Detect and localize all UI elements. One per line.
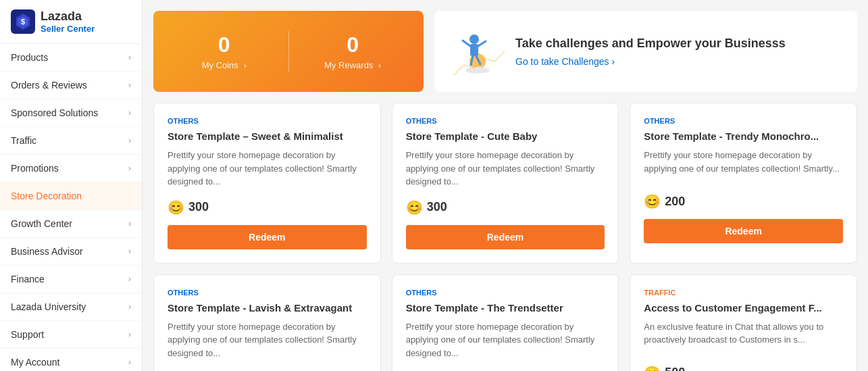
sidebar-item-promotions[interactable]: Promotions› <box>0 155 142 182</box>
card-title: Store Template - Trendy Monochro... <box>644 130 843 142</box>
chevron-right-icon: › <box>128 164 131 173</box>
rewards-label: My Rewards › <box>303 60 404 70</box>
sidebar-item-label: Store Decoration <box>11 191 82 201</box>
card-category: OTHERS <box>168 289 367 297</box>
coin-icon: 😊 <box>644 193 661 209</box>
logo-name: Lazada <box>41 9 82 23</box>
card-category: TRAFFIC <box>644 289 843 297</box>
sidebar-item-label: My Account <box>11 357 59 368</box>
card-title: Store Template – Sweet & Minimalist <box>168 130 367 142</box>
my-rewards-section: 0 My Rewards › <box>303 32 404 70</box>
challenge-link[interactable]: Go to take Challenges › <box>515 56 786 67</box>
chevron-right-icon: › <box>128 357 131 367</box>
coins-divider <box>288 31 289 72</box>
top-banners: 0 My Coins › 0 My Rewards › <box>153 11 857 92</box>
redeem-button[interactable]: Redeem <box>644 219 843 243</box>
card-price: 😊 500 <box>644 365 843 372</box>
sidebar-item-business-advisor[interactable]: Business Advisor› <box>0 238 142 266</box>
store-card-2: OTHERS Store Template - Trendy Monochro.… <box>630 103 857 264</box>
chevron-right-icon: › <box>128 53 131 62</box>
coins-value: 0 <box>174 32 275 57</box>
sidebar-item-label: Products <box>11 52 48 63</box>
card-desc: Prettify your store homepage decoration … <box>406 320 605 360</box>
rewards-value: 0 <box>303 32 404 57</box>
logo: $ Lazada Seller Center <box>0 0 142 44</box>
card-desc: Prettify your store homepage decoration … <box>644 149 843 182</box>
coin-icon: 😊 <box>406 199 423 216</box>
price-value: 200 <box>665 195 685 209</box>
chevron-right-icon: › <box>128 247 131 256</box>
sidebar-item-label: Finance <box>11 274 45 285</box>
price-value: 500 <box>665 366 685 371</box>
chevron-right-icon: › <box>128 219 131 228</box>
store-card-0: OTHERS Store Template – Sweet & Minimali… <box>153 103 381 264</box>
svg-text:$: $ <box>21 18 25 26</box>
card-price: 😊 300 <box>168 199 367 216</box>
chevron-right-icon: › <box>128 136 131 145</box>
sidebar-item-traffic[interactable]: Traffic› <box>0 127 142 155</box>
sidebar-item-label: Sponsored Solutions <box>11 107 98 118</box>
chevron-right-icon: › <box>128 274 131 284</box>
sidebar-item-lazada-university[interactable]: Lazada University› <box>0 293 142 321</box>
svg-line-9 <box>478 41 486 46</box>
sidebar-item-label: Business Advisor <box>11 246 83 257</box>
price-value: 300 <box>188 200 209 214</box>
coins-arrow-icon: › <box>243 60 246 70</box>
card-price: 😊 200 <box>644 193 843 209</box>
card-title: Store Template - Lavish & Extravagant <box>168 302 367 314</box>
store-card-4: OTHERS Store Template - The Trendsetter … <box>392 274 619 372</box>
challenge-illustration <box>451 24 505 78</box>
card-desc: Prettify your store homepage decoration … <box>406 149 605 189</box>
card-category: OTHERS <box>644 117 843 125</box>
cards-grid: OTHERS Store Template – Sweet & Minimali… <box>153 103 857 371</box>
sidebar-item-label: Orders & Reviews <box>11 80 87 91</box>
svg-point-6 <box>469 34 479 44</box>
card-desc: Prettify your store homepage decoration … <box>168 149 367 189</box>
chevron-right-icon: › <box>128 330 131 339</box>
svg-rect-7 <box>470 44 478 56</box>
price-value: 300 <box>427 200 447 214</box>
card-title: Access to Customer Engagement F... <box>644 302 843 314</box>
store-card-1: OTHERS Store Template - Cute Baby Pretti… <box>392 103 619 264</box>
coin-icon: 😊 <box>168 199 184 216</box>
sidebar-item-finance[interactable]: Finance› <box>0 266 142 293</box>
store-card-5: TRAFFIC Access to Customer Engagement F.… <box>630 274 857 372</box>
card-category: OTHERS <box>406 117 605 125</box>
sidebar-item-label: Support <box>11 329 44 340</box>
coins-label: My Coins › <box>174 60 275 70</box>
my-coins-section: 0 My Coins › <box>174 32 275 70</box>
rewards-arrow-icon: › <box>378 60 381 70</box>
sidebar-item-label: Lazada University <box>11 301 86 312</box>
chevron-right-icon: › <box>128 108 131 118</box>
challenge-text: Take challenges and Empower your Busines… <box>515 36 786 67</box>
sidebar-item-orders-reviews[interactable]: Orders & Reviews› <box>0 72 142 99</box>
redeem-button[interactable]: Redeem <box>168 225 367 249</box>
sidebar-item-label: Promotions <box>11 163 59 174</box>
redeem-button[interactable]: Redeem <box>406 225 605 249</box>
card-title: Store Template - Cute Baby <box>406 130 605 142</box>
card-category: OTHERS <box>168 117 367 125</box>
logo-subtitle: Seller Center <box>41 24 95 34</box>
card-title: Store Template - The Trendsetter <box>406 302 605 314</box>
svg-point-5 <box>465 67 490 74</box>
sidebar-item-label: Traffic <box>11 135 36 146</box>
coin-icon: 😊 <box>644 365 661 372</box>
coins-banner: 0 My Coins › 0 My Rewards › <box>153 11 424 92</box>
card-category: OTHERS <box>406 289 605 297</box>
sidebar-item-growth-center[interactable]: Growth Center› <box>0 210 142 238</box>
store-card-3: OTHERS Store Template - Lavish & Extrava… <box>153 274 381 372</box>
card-desc: An exclusive feature in Chat that allows… <box>644 320 843 354</box>
main-content: 0 My Coins › 0 My Rewards › <box>143 0 868 371</box>
svg-line-8 <box>463 41 470 46</box>
sidebar-item-support[interactable]: Support› <box>0 321 142 349</box>
sidebar-item-sponsored-solutions[interactable]: Sponsored Solutions› <box>0 99 142 127</box>
card-desc: Prettify your store homepage decoration … <box>168 320 367 360</box>
sidebar-item-label: Growth Center <box>11 218 72 229</box>
card-price: 😊 300 <box>406 199 605 216</box>
chevron-right-icon: › <box>128 302 131 312</box>
sidebar-item-store-decoration[interactable]: Store Decoration <box>0 182 142 210</box>
sidebar-item-my-account[interactable]: My Account› <box>0 349 142 371</box>
chevron-right-icon: › <box>128 80 131 90</box>
sidebar-item-products[interactable]: Products› <box>0 44 142 72</box>
challenge-banner: Take challenges and Empower your Busines… <box>434 11 857 92</box>
